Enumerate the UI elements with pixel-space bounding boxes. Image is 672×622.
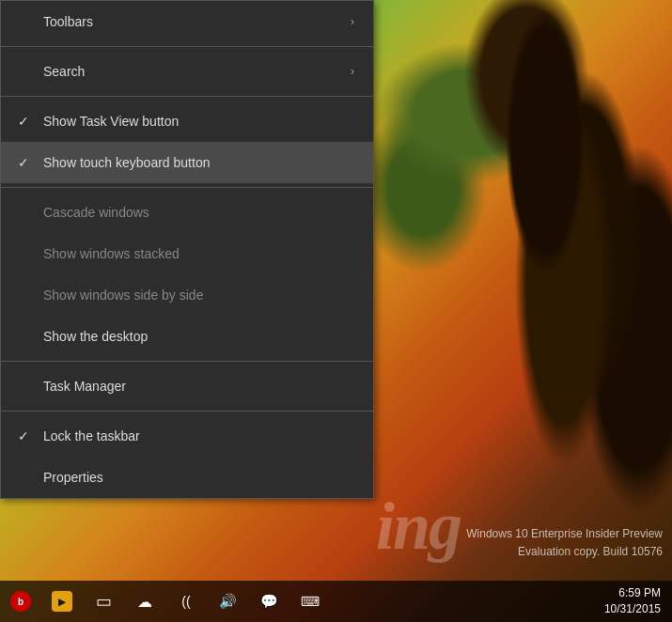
separator-2 (1, 361, 373, 362)
separator-after-toolbars (1, 46, 373, 47)
taskbar-icon-wifi[interactable]: (( (165, 581, 207, 622)
menu-item-search[interactable]: Search › (1, 51, 373, 92)
clock-time: 6:59 PM (604, 585, 661, 601)
menu-item-task-manager[interactable]: Task Manager (1, 365, 373, 407)
taskbar-icon-osk[interactable]: ⌨ (289, 581, 331, 622)
osk-icon: ⌨ (301, 594, 320, 609)
chevron-right-icon-2: › (351, 65, 354, 78)
menu-item-properties[interactable]: Properties (1, 457, 373, 498)
taskbar-clock[interactable]: 6:59 PM 10/31/2015 (601, 585, 664, 617)
plex-logo: ▶ (52, 591, 72, 612)
menu-item-show-side-by-side: Show windows side by side (1, 274, 373, 316)
bing-watermark: ing (376, 488, 461, 566)
menu-item-lock-taskbar[interactable]: Lock the taskbar (1, 415, 373, 457)
separator-1 (1, 187, 373, 188)
touch-keyboard-icon: 💬 (260, 593, 278, 610)
clock-date: 10/31/2015 (604, 601, 661, 617)
taskbar-right-section: 6:59 PM 10/31/2015 (601, 585, 672, 617)
menu-item-cascade-windows: Cascade windows (1, 192, 373, 233)
taskbar-icon-touch-keyboard[interactable]: 💬 (248, 581, 289, 622)
context-menu: Toolbars › Search › Show Task View butto… (0, 0, 374, 499)
taskbar: b ▶ ▭ ☁ (( 🔊 💬 ⌨ 6 (0, 581, 672, 622)
taskbar-icon-volume[interactable]: 🔊 (207, 581, 248, 622)
task-manager-label: Task Manager (43, 379, 126, 394)
taskbar-icon-onedrive[interactable]: ☁ (124, 581, 165, 622)
menu-item-show-stacked: Show windows stacked (1, 233, 373, 274)
menu-item-show-touch-keyboard[interactable]: Show touch keyboard button (1, 142, 373, 183)
taskbar-left-section: b ▶ ▭ ☁ (( 🔊 💬 ⌨ (0, 581, 331, 622)
show-task-view-label: Show Task View button (43, 114, 179, 129)
windows-info-line2: Evaluation copy. Build 10576 (466, 543, 663, 561)
beats-logo: b (10, 591, 31, 612)
search-label: Search (43, 64, 85, 79)
separator-3 (1, 411, 373, 412)
volume-icon: 🔊 (219, 593, 237, 610)
lock-taskbar-label: Lock the taskbar (43, 428, 140, 443)
separator-after-search (1, 96, 373, 97)
taskbar-icon-plex[interactable]: ▶ (41, 581, 83, 622)
cascade-windows-label: Cascade windows (43, 205, 149, 220)
show-stacked-label: Show windows stacked (43, 246, 180, 261)
menu-item-show-task-view[interactable]: Show Task View button (1, 101, 373, 142)
wifi-icon: (( (181, 594, 190, 609)
show-desktop-label: Show the desktop (43, 329, 148, 344)
onedrive-icon: ☁ (137, 593, 152, 611)
toolbars-label: Toolbars (43, 14, 93, 29)
taskbar-icon-beats[interactable]: b (0, 581, 41, 622)
chevron-right-icon: › (351, 15, 354, 28)
windows-info-line1: Windows 10 Enterprise Insider Preview (466, 525, 663, 543)
show-touch-keyboard-label: Show touch keyboard button (43, 155, 210, 170)
show-side-by-side-label: Show windows side by side (43, 288, 203, 303)
menu-item-show-desktop[interactable]: Show the desktop (1, 316, 373, 357)
properties-label: Properties (43, 470, 103, 485)
windows-info: Windows 10 Enterprise Insider Preview Ev… (466, 525, 663, 561)
monitor-icon: ▭ (96, 591, 112, 612)
menu-item-toolbars[interactable]: Toolbars › (1, 1, 373, 42)
taskbar-icon-monitor[interactable]: ▭ (83, 581, 124, 622)
